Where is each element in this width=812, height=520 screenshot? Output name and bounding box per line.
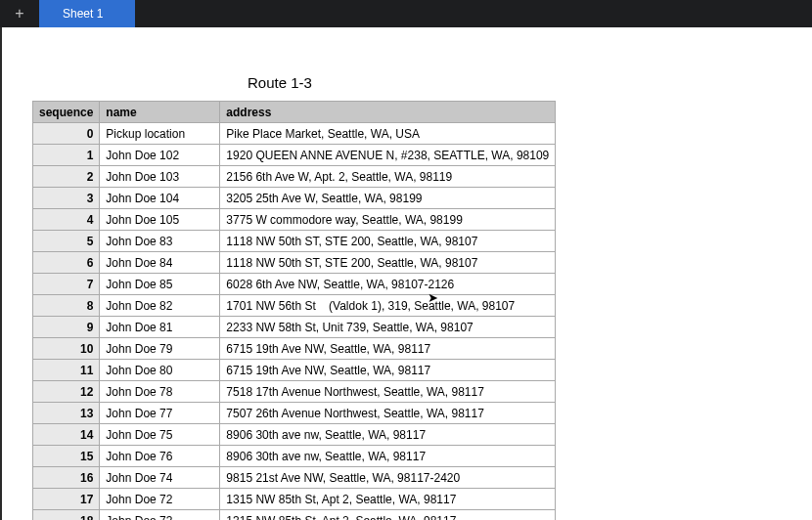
cell-name[interactable]: John Doe 105 xyxy=(100,209,220,231)
table-row: 1John Doe 1021920 QUEEN ANNE AVENUE N, #… xyxy=(33,145,556,166)
cell-name[interactable]: John Doe 78 xyxy=(100,381,220,403)
cell-addr[interactable]: 2233 NW 58th St, Unit 739, Seattle, WA, … xyxy=(220,317,556,338)
cell-addr[interactable]: 3205 25th Ave W, Seattle, WA, 98199 xyxy=(220,188,556,209)
table-row: 13John Doe 777507 26th Avenue Northwest,… xyxy=(33,403,556,424)
cell-addr[interactable]: 1118 NW 50th ST, STE 200, Seattle, WA, 9… xyxy=(220,252,556,274)
cell-name[interactable]: John Doe 104 xyxy=(100,188,220,209)
col-name[interactable]: name xyxy=(100,102,220,123)
table-row: 17John Doe 721315 NW 85th St, Apt 2, Sea… xyxy=(33,489,556,510)
sheet-content: Route 1-3 sequence name address 0Pickup … xyxy=(0,27,812,520)
table-row: 0Pickup locationPike Place Market, Seatt… xyxy=(33,123,556,145)
cell-addr[interactable]: 1315 NW 85th St, Apt 2, Seattle, WA, 981… xyxy=(220,510,556,521)
cell-seq[interactable]: 16 xyxy=(33,467,100,489)
cell-seq[interactable]: 5 xyxy=(33,231,100,252)
cell-addr[interactable]: 2156 6th Ave W, Apt. 2, Seattle, WA, 981… xyxy=(220,166,556,188)
cell-name[interactable]: John Doe 77 xyxy=(100,403,220,424)
table-row: 7John Doe 856028 6th Ave NW, Seattle, WA… xyxy=(33,274,556,295)
cell-seq[interactable]: 14 xyxy=(33,424,100,446)
cell-addr[interactable]: 6715 19th Ave NW, Seattle, WA, 98117 xyxy=(220,360,556,381)
cell-addr[interactable]: 6028 6th Ave NW, Seattle, WA, 98107-2126 xyxy=(220,274,556,295)
table-row: 3John Doe 1043205 25th Ave W, Seattle, W… xyxy=(33,188,556,209)
cell-name[interactable]: John Doe 79 xyxy=(100,338,220,360)
cell-name[interactable]: John Doe 85 xyxy=(100,274,220,295)
cell-seq[interactable]: 2 xyxy=(33,166,100,188)
cell-seq[interactable]: 3 xyxy=(33,188,100,209)
cell-addr[interactable]: 3775 W commodore way, Seattle, WA, 98199 xyxy=(220,209,556,231)
cell-seq[interactable]: 12 xyxy=(33,381,100,403)
table-row: 6John Doe 841118 NW 50th ST, STE 200, Se… xyxy=(33,252,556,274)
cell-seq[interactable]: 8 xyxy=(33,295,100,317)
table-row: 2John Doe 1032156 6th Ave W, Apt. 2, Sea… xyxy=(33,166,556,188)
cell-addr[interactable]: 8906 30th ave nw, Seattle, WA, 98117 xyxy=(220,446,556,467)
route-table: sequence name address 0Pickup locationPi… xyxy=(32,101,556,520)
cell-seq[interactable]: 17 xyxy=(33,489,100,510)
cell-name[interactable]: John Doe 75 xyxy=(100,424,220,446)
cell-seq[interactable]: 7 xyxy=(33,274,100,295)
col-address[interactable]: address xyxy=(220,102,556,123)
cell-name[interactable]: John Doe 72 xyxy=(100,489,220,510)
left-edge xyxy=(0,27,2,520)
cell-addr[interactable]: 8906 30th ave nw, Seattle, WA, 98117 xyxy=(220,424,556,446)
cell-addr[interactable]: 1920 QUEEN ANNE AVENUE N, #238, SEATTLE,… xyxy=(220,145,556,166)
cell-seq[interactable]: 13 xyxy=(33,403,100,424)
add-sheet-button[interactable]: + xyxy=(0,0,39,27)
cell-name[interactable]: John Doe 103 xyxy=(100,166,220,188)
cell-name[interactable]: John Doe 82 xyxy=(100,295,220,317)
cell-name[interactable]: John Doe 102 xyxy=(100,145,220,166)
cell-name[interactable]: John Doe 81 xyxy=(100,317,220,338)
header-row: sequence name address xyxy=(33,102,556,123)
table-row: 14John Doe 758906 30th ave nw, Seattle, … xyxy=(33,424,556,446)
cell-seq[interactable]: 0 xyxy=(33,123,100,145)
cell-seq[interactable]: 1 xyxy=(33,145,100,166)
tab-bar: + Sheet 1 xyxy=(0,0,812,27)
cell-addr[interactable]: 6715 19th Ave NW, Seattle, WA, 98117 xyxy=(220,338,556,360)
cell-seq[interactable]: 4 xyxy=(33,209,100,231)
table-row: 9John Doe 812233 NW 58th St, Unit 739, S… xyxy=(33,317,556,338)
cell-seq[interactable]: 10 xyxy=(33,338,100,360)
cell-name[interactable]: John Doe 76 xyxy=(100,446,220,467)
cell-seq[interactable]: 11 xyxy=(33,360,100,381)
table-row: 5John Doe 831118 NW 50th ST, STE 200, Se… xyxy=(33,231,556,252)
cell-addr[interactable]: 7518 17th Avenue Northwest, Seattle, WA,… xyxy=(220,381,556,403)
table-row: 16John Doe 749815 21st Ave NW, Seattle, … xyxy=(33,467,556,489)
cell-name[interactable]: John Doe 80 xyxy=(100,360,220,381)
cell-addr[interactable]: 7507 26th Avenue Northwest, Seattle, WA,… xyxy=(220,403,556,424)
table-row: 11John Doe 806715 19th Ave NW, Seattle, … xyxy=(33,360,556,381)
cell-name[interactable]: John Doe 74 xyxy=(100,467,220,489)
cell-seq[interactable]: 9 xyxy=(33,317,100,338)
cell-addr[interactable]: Pike Place Market, Seattle, WA, USA xyxy=(220,123,556,145)
cell-seq[interactable]: 15 xyxy=(33,446,100,467)
cell-name[interactable]: John Doe 73 xyxy=(100,510,220,521)
table-row: 18John Doe 731315 NW 85th St, Apt 2, Sea… xyxy=(33,510,556,521)
cell-name[interactable]: John Doe 83 xyxy=(100,231,220,252)
page-title: Route 1-3 xyxy=(248,74,812,91)
cell-name[interactable]: John Doe 84 xyxy=(100,252,220,274)
table-row: 15John Doe 768906 30th ave nw, Seattle, … xyxy=(33,446,556,467)
table-row: 4John Doe 1053775 W commodore way, Seatt… xyxy=(33,209,556,231)
cell-addr[interactable]: 1701 NW 56th St (Valdok 1), 319, Seattle… xyxy=(220,295,556,317)
cell-name[interactable]: Pickup location xyxy=(100,123,220,145)
tab-sheet1[interactable]: Sheet 1 xyxy=(39,0,135,27)
cell-addr[interactable]: 1118 NW 50th ST, STE 200, Seattle, WA, 9… xyxy=(220,231,556,252)
cell-addr[interactable]: 1315 NW 85th St, Apt 2, Seattle, WA, 981… xyxy=(220,489,556,510)
cell-seq[interactable]: 18 xyxy=(33,510,100,521)
table-row: 8John Doe 821701 NW 56th St (Valdok 1), … xyxy=(33,295,556,317)
cell-addr[interactable]: 9815 21st Ave NW, Seattle, WA, 98117-242… xyxy=(220,467,556,489)
cell-seq[interactable]: 6 xyxy=(33,252,100,274)
table-row: 10John Doe 796715 19th Ave NW, Seattle, … xyxy=(33,338,556,360)
table-row: 12John Doe 787518 17th Avenue Northwest,… xyxy=(33,381,556,403)
col-sequence[interactable]: sequence xyxy=(33,102,100,123)
